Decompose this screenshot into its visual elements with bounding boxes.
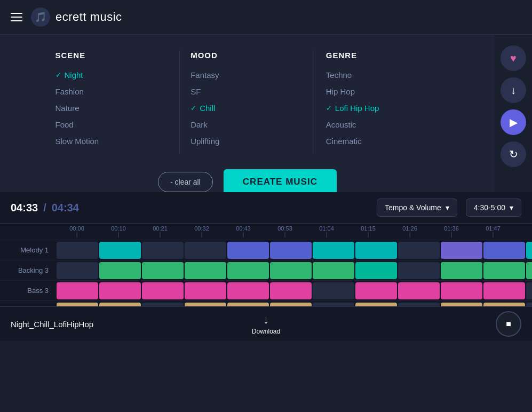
time-ruler: 00:00 00:10 00:21 00:32 00:43 00:53 01:0… [0,224,532,240]
download-icon: ↓ [511,84,516,97]
track-melody: Melody 1 [0,240,532,260]
cell[interactable] [227,262,269,279]
track-label: Bass 3 [0,287,56,295]
mood-item-sf[interactable]: SF [190,87,304,96]
genre-item-techno[interactable]: Techno [326,70,440,80]
mood-item-dark[interactable]: Dark [190,120,304,129]
cell[interactable] [526,262,532,279]
mood-item-uplifting[interactable]: Uplifting [190,137,304,146]
mood-item-chill[interactable]: ✓ Chill [190,104,304,113]
scene-header: SCENE [55,51,169,60]
time-mark: 01:36 [431,225,472,237]
cell[interactable] [57,282,98,299]
cell[interactable] [270,282,312,299]
heart-icon: ♥ [510,52,517,65]
genre-item-hiphop[interactable]: Hip Hop [326,87,440,96]
cell[interactable] [355,282,397,299]
cell[interactable] [99,262,141,279]
cell[interactable] [185,262,226,279]
download-icon-button[interactable]: ↓ [501,77,526,103]
scene-item-slowmotion[interactable]: Slow Motion [55,137,169,146]
time-separator: / [43,202,46,214]
cell[interactable] [227,242,269,259]
cell[interactable] [227,282,269,299]
scene-item-nature[interactable]: Nature [55,104,169,113]
cell[interactable] [313,262,354,279]
cell[interactable] [398,282,440,299]
track-label: Melody 1 [0,246,56,254]
cell[interactable] [441,282,482,299]
logo-area: 🎵 ecrett music [31,7,122,27]
heart-button[interactable]: ♥ [501,45,526,71]
mood-item-fantasy[interactable]: Fantasy [190,70,304,80]
time-mark: 01:15 [347,225,389,237]
cell[interactable] [185,282,226,299]
film-icon: ▶ [510,116,518,129]
cell[interactable] [99,242,141,259]
mood-column: MOOD Fantasy SF ✓ Chill Dark Uplifting [180,51,315,153]
track-label: Backing 3 [0,266,56,274]
film-button[interactable]: ▶ [501,109,526,135]
tempo-volume-select[interactable]: Tempo & Volume ▾ [377,199,457,217]
cell[interactable] [142,282,184,299]
cell[interactable] [185,242,226,259]
cell[interactable] [441,242,482,259]
cell[interactable] [355,262,397,279]
time-mark: 00:00 [56,225,98,237]
track-cells [56,242,532,259]
right-panel: ♥ ↓ ▶ ↻ [495,35,532,192]
genre-item-lofihiphop[interactable]: ✓ Lofi Hip Hop [326,104,440,113]
current-time: 04:33 [11,202,38,214]
genre-item-acoustic[interactable]: Acoustic [326,120,440,129]
cell[interactable] [398,262,440,279]
scene-item-food[interactable]: Food [55,120,169,129]
cell[interactable] [355,242,397,259]
track-cells [56,282,532,299]
cell[interactable] [398,242,440,259]
cell[interactable] [99,282,141,299]
scene-item-fashion[interactable]: Fashion [55,87,169,96]
cell[interactable] [483,282,525,299]
cell[interactable] [526,242,532,259]
refresh-icon: ↻ [509,148,518,161]
cell[interactable] [483,262,525,279]
download-button-bottom[interactable]: ↓ Download [252,313,280,335]
cell[interactable] [57,262,98,279]
total-time: 04:34 [52,202,79,214]
time-mark: 00:43 [223,225,264,237]
cell[interactable] [57,242,98,259]
check-icon: ✓ [55,71,61,79]
cell[interactable] [313,242,354,259]
menu-button[interactable] [11,13,22,21]
stop-icon: ■ [506,319,511,329]
clear-button[interactable]: - clear all [158,172,213,192]
categories: SCENE ✓ Night Fashion Nature Food Slow M… [45,51,450,153]
cell[interactable] [313,282,354,299]
check-icon: ✓ [190,104,196,112]
create-music-button[interactable]: CREATE MUSIC [224,169,337,195]
cell[interactable] [270,262,312,279]
selection-panel: SCENE ✓ Night Fashion Nature Food Slow M… [0,35,495,192]
download-icon: ↓ [263,313,269,327]
cell[interactable] [142,262,184,279]
genre-item-cinematic[interactable]: Cinematic [326,137,440,146]
header: 🎵 ecrett music [0,0,532,35]
scene-column: SCENE ✓ Night Fashion Nature Food Slow M… [45,51,180,153]
duration-select[interactable]: 4:30-5:00 ▾ [466,199,521,217]
time-mark: 01:26 [389,225,431,237]
cell[interactable] [441,262,482,279]
stop-button[interactable]: ■ [496,311,521,337]
logo-icon: 🎵 [31,7,50,27]
cell[interactable] [142,242,184,259]
time-mark: 00:32 [181,225,223,237]
scene-item-night[interactable]: ✓ Night [55,70,169,80]
logo-text: ecrett music [55,10,122,24]
cell[interactable] [526,282,532,299]
cell[interactable] [483,242,525,259]
time-mark: 01:04 [306,225,347,237]
time-mark: 00:53 [264,225,306,237]
cell[interactable] [270,242,312,259]
track-cells [56,262,532,279]
track-bass: Bass 3 [0,280,532,300]
refresh-button[interactable]: ↻ [501,141,526,167]
